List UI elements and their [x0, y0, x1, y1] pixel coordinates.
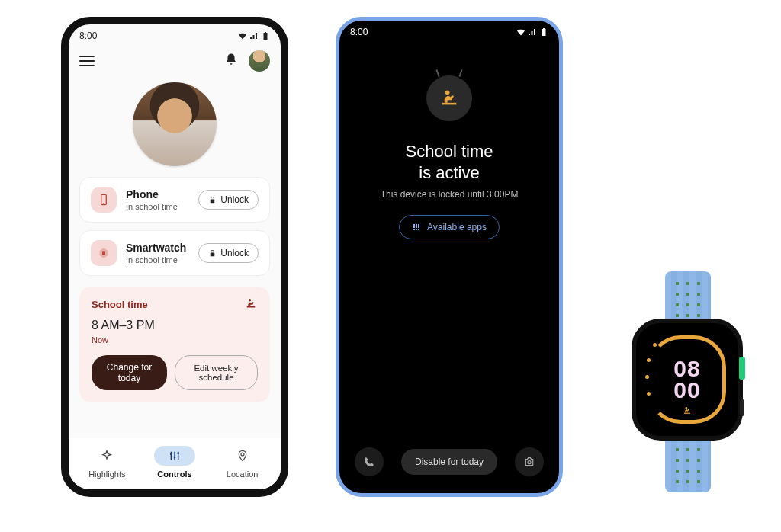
- svg-point-7: [177, 452, 179, 454]
- nav-location[interactable]: Location: [222, 446, 263, 479]
- child-phone-lockscreen: 8:00 School time is active This device i…: [336, 17, 563, 497]
- status-icons: [516, 27, 548, 37]
- disable-for-today-button[interactable]: Disable for today: [401, 449, 497, 475]
- watch-device-icon: [91, 240, 117, 266]
- sparkle-icon: [101, 450, 113, 462]
- wifi-icon: [516, 27, 525, 37]
- school-time-now: Now: [92, 335, 258, 345]
- school-time-watch-icon: [682, 405, 693, 419]
- lock-heading: School time is active: [406, 141, 493, 183]
- edit-weekly-schedule-button[interactable]: Edit weekly schedule: [175, 355, 258, 390]
- watch-case: 08 00: [632, 319, 743, 441]
- camera-button[interactable]: [515, 447, 544, 476]
- phone-icon: [363, 456, 375, 468]
- svg-point-11: [686, 407, 688, 409]
- svg-point-1: [103, 203, 104, 204]
- svg-rect-12: [684, 413, 690, 414]
- child-profile-photo[interactable]: [133, 82, 217, 166]
- school-time-title: School time: [92, 299, 148, 310]
- student-desk-icon: [244, 297, 258, 311]
- watch-side-button: [740, 399, 744, 416]
- svg-point-5: [170, 453, 172, 456]
- unlock-button[interactable]: Unlock: [198, 190, 259, 210]
- signal-icon: [528, 27, 537, 37]
- watch-face[interactable]: 08 00: [645, 332, 729, 427]
- device-title: Phone: [126, 188, 189, 200]
- lock-subtext: This device is locked until 3:00PM: [381, 189, 519, 200]
- camera-icon: [523, 456, 535, 468]
- status-bar: 8:00: [339, 21, 559, 40]
- nav-controls[interactable]: Controls: [154, 446, 195, 479]
- svg-rect-2: [102, 251, 105, 255]
- phone-device-icon: [91, 187, 117, 213]
- change-for-today-button[interactable]: Change for today: [92, 355, 167, 390]
- svg-rect-9: [442, 103, 457, 105]
- school-time-range: 8 AM–3 PM: [92, 319, 258, 332]
- status-bar: 8:00: [69, 24, 281, 44]
- parent-avatar[interactable]: [249, 50, 270, 72]
- location-pin-icon: [236, 450, 249, 462]
- watch-crown: [739, 357, 745, 380]
- svg-point-6: [174, 457, 176, 459]
- menu-icon[interactable]: [79, 56, 95, 66]
- lock-icon: [208, 196, 217, 204]
- app-topbar: [69, 44, 281, 75]
- signal-icon: [249, 31, 259, 40]
- parental-phone-mockup: 8:00 Phone In school t: [61, 17, 288, 497]
- available-apps-button[interactable]: Available apps: [399, 215, 500, 239]
- bottom-nav: Highlights Controls Location: [69, 438, 281, 489]
- device-title: Smartwatch: [126, 242, 189, 254]
- device-card-phone[interactable]: Phone In school time Unlock: [79, 177, 270, 223]
- lock-icon: [208, 249, 217, 258]
- smartwatch-mockup: 08 00: [622, 271, 752, 492]
- phone-call-button[interactable]: [355, 447, 384, 476]
- sliders-icon: [169, 450, 181, 462]
- device-card-smartwatch[interactable]: Smartwatch In school time Unlock: [79, 230, 270, 276]
- svg-point-8: [445, 91, 450, 95]
- nav-highlights[interactable]: Highlights: [86, 446, 127, 479]
- watch-band-bottom: [665, 437, 711, 492]
- svg-rect-4: [247, 306, 256, 308]
- wifi-icon: [238, 31, 247, 40]
- school-time-card: School time 8 AM–3 PM Now Change for tod…: [79, 287, 270, 402]
- status-time: 8:00: [79, 30, 97, 41]
- status-icons: [238, 31, 270, 40]
- notifications-icon[interactable]: [224, 53, 238, 69]
- status-time: 8:00: [350, 27, 368, 37]
- svg-point-3: [249, 299, 251, 301]
- device-status: In school time: [126, 255, 189, 264]
- apps-grid-icon: [412, 223, 421, 232]
- school-time-icon: [426, 75, 472, 121]
- battery-icon: [261, 31, 270, 40]
- battery-icon: [539, 27, 548, 37]
- unlock-button[interactable]: Unlock: [198, 243, 259, 263]
- device-status: In school time: [126, 202, 189, 211]
- svg-point-10: [528, 461, 531, 464]
